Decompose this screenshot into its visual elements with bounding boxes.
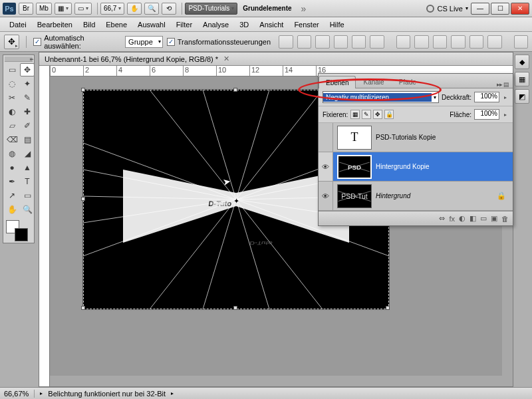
align-button[interactable] (334, 35, 348, 49)
tab-ebenen[interactable]: Ebenen (319, 76, 356, 88)
auto-align-button[interactable] (514, 35, 528, 49)
close-tab-icon[interactable]: ✕ (223, 55, 229, 63)
zoom-tool-button[interactable]: 🔍 (144, 3, 159, 15)
layer-name[interactable]: Hintergrund (376, 192, 410, 200)
rotate-view-button[interactable]: ⟲ (162, 3, 176, 15)
opacity-stepper[interactable]: ▸ (502, 94, 509, 100)
tool-type[interactable]: ▲ (20, 161, 35, 174)
tool-wand[interactable]: ✦ (20, 77, 35, 90)
panel-menu-icon[interactable]: ▸▸ ▤ (493, 81, 513, 88)
opacity-input[interactable]: 100% (474, 92, 499, 102)
tool-dodge[interactable]: ◢ (20, 147, 35, 160)
adjustment-icon[interactable]: ◧ (469, 214, 476, 223)
distribute-button[interactable] (469, 35, 483, 49)
transform-controls-checkbox[interactable]: ✓Transformationssteuerungen (167, 38, 271, 46)
layer-name[interactable]: Hintergrund Kopie (376, 163, 430, 170)
align-button[interactable] (297, 35, 311, 49)
mask-icon[interactable]: ◐ (459, 214, 466, 223)
distribute-button[interactable] (414, 35, 428, 49)
auto-select-checkbox[interactable]: ✓Automatisch auswählen: (33, 34, 121, 50)
tool-lasso[interactable]: ◌ (5, 77, 19, 90)
document-tab[interactable]: Unbenannt-1 bei 66,7% (Hintergrund Kopie… (39, 53, 513, 66)
distribute-button[interactable] (451, 35, 465, 49)
menu-auswahl[interactable]: Auswahl (132, 21, 171, 29)
tool-marquee[interactable]: ▭ (5, 63, 19, 76)
zoom-level-dropdown[interactable]: 66,7 (100, 3, 124, 15)
visibility-toggle[interactable]: 👁 (319, 182, 333, 210)
menu-ebene[interactable]: Ebene (100, 21, 132, 29)
menu-filter[interactable]: Filter (171, 21, 198, 29)
tool-eyedropper[interactable]: ✎ (20, 91, 35, 104)
tool-crop[interactable]: ✂ (5, 91, 19, 104)
maximize-button[interactable]: ☐ (491, 3, 509, 15)
distribute-button[interactable] (396, 35, 410, 49)
layer-thumbnail[interactable]: PSD (337, 155, 372, 179)
toolbox-collapse[interactable] (5, 57, 33, 62)
tool-zoom[interactable]: 🔍 (20, 203, 35, 216)
menu-datei[interactable]: Datei (4, 21, 32, 29)
fx-icon[interactable]: fx (449, 215, 455, 223)
tool-pen[interactable]: ● (5, 161, 19, 174)
cs-live-button[interactable]: CS Live ▾ (426, 5, 468, 13)
menu-fenster[interactable]: Fenster (289, 21, 324, 29)
lock-paint-icon[interactable]: ✎ (362, 110, 371, 119)
workspace-tab[interactable]: Grundelemente (240, 3, 294, 15)
workspace-tab-active[interactable]: PSD-Tutorials (185, 3, 237, 15)
hand-tool-button[interactable]: ✋ (127, 3, 142, 15)
align-button[interactable] (370, 35, 384, 49)
dock-icon[interactable]: ◩ (515, 89, 529, 104)
menu-analyse[interactable]: Analyse (198, 21, 234, 29)
menu-3d[interactable]: 3D (234, 21, 254, 29)
fill-stepper[interactable]: ▸ (502, 112, 509, 118)
menu-bild[interactable]: Bild (78, 21, 100, 29)
visibility-toggle[interactable]: 👁 (319, 152, 333, 181)
dock-icon[interactable]: ▦ (515, 72, 529, 86)
tool-gradient[interactable]: ▤ (20, 133, 35, 146)
tool-stamp[interactable]: ▱ (5, 119, 19, 132)
group-icon[interactable]: ▭ (480, 214, 487, 223)
menu-bearbeiten[interactable]: Bearbeiten (32, 21, 78, 29)
layer-thumbnail[interactable]: PSD-Tut (337, 184, 372, 208)
minibridge-button[interactable]: Mb (36, 3, 52, 15)
align-button[interactable] (279, 35, 293, 49)
tool-hand[interactable]: ✋ (5, 203, 19, 216)
lock-all-icon[interactable]: 🔒 (384, 110, 394, 119)
lock-move-icon[interactable]: ✥ (373, 110, 382, 119)
distribute-button[interactable] (487, 35, 501, 49)
align-button[interactable] (352, 35, 366, 49)
arrange-docs-button[interactable]: ▦ (55, 3, 72, 15)
minimize-button[interactable]: — (471, 3, 489, 15)
current-tool-icon[interactable] (4, 35, 19, 49)
tool-path[interactable]: ✒ (5, 175, 19, 188)
layer-row[interactable]: 👁 PSD-Tut Hintergrund 🔒 (319, 182, 513, 211)
tool-3d-cam[interactable]: ▭ (20, 189, 35, 202)
screen-mode-button[interactable]: ▭ (74, 3, 92, 15)
tool-blur[interactable]: ◍ (5, 147, 19, 160)
new-layer-icon[interactable]: ▣ (491, 214, 497, 223)
layer-thumbnail[interactable]: T (337, 126, 372, 150)
fill-input[interactable]: 100% (474, 109, 499, 120)
link-layers-icon[interactable]: ⇔ (439, 214, 445, 223)
more-workspaces-icon[interactable]: » (301, 3, 307, 14)
tool-move[interactable]: ✥ (20, 63, 35, 76)
tab-kanaele[interactable]: Kanäle (356, 75, 391, 88)
visibility-toggle[interactable] (319, 123, 333, 152)
tool-shape[interactable]: T (20, 175, 35, 188)
auto-select-target-dropdown[interactable]: Gruppe (125, 36, 163, 48)
tool-history-brush[interactable]: ✐ (20, 119, 35, 132)
delete-layer-icon[interactable]: 🗑 (501, 215, 509, 223)
tool-heal[interactable]: ◐ (5, 105, 19, 118)
ruler-vertical[interactable] (39, 66, 50, 386)
background-color[interactable] (15, 228, 28, 241)
tab-pfade[interactable]: Pfade (392, 75, 424, 88)
tool-brush[interactable]: ✚ (20, 105, 35, 118)
close-button[interactable]: ✕ (511, 3, 529, 15)
layer-name[interactable]: PSD-Tutorials Kopie (376, 134, 436, 141)
dock-icon[interactable]: ◆ (515, 55, 529, 69)
bridge-button[interactable]: Br (19, 3, 33, 15)
layer-row[interactable]: 👁 PSD Hintergrund Kopie (319, 152, 513, 182)
layer-row[interactable]: T PSD-Tutorials Kopie (319, 123, 513, 152)
menu-hilfe[interactable]: Hilfe (325, 21, 350, 29)
color-swatches[interactable] (5, 219, 33, 241)
tool-3d[interactable]: ↗ (5, 189, 19, 202)
